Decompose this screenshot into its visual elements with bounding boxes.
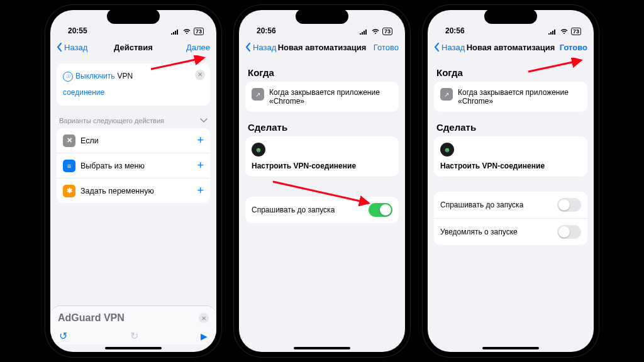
wifi-icon bbox=[371, 28, 380, 35]
status-time: 20:56 bbox=[257, 26, 276, 35]
back-button[interactable]: Назад bbox=[434, 43, 467, 52]
back-button[interactable]: Назад bbox=[57, 43, 108, 52]
action-token-off[interactable]: Выключить bbox=[75, 70, 114, 84]
when-card[interactable]: ↗ Когда закрывается приложение «Chrome» bbox=[434, 82, 587, 112]
annotation-arrow bbox=[270, 179, 377, 208]
ask-before-run-toggle[interactable] bbox=[557, 198, 581, 212]
chevron-left-icon bbox=[245, 43, 252, 52]
back-label: Назад bbox=[441, 43, 465, 52]
toggle-label: Уведомлять о запуске bbox=[440, 228, 518, 236]
home-indicator[interactable] bbox=[294, 347, 350, 349]
action-token-connection[interactable]: соединение bbox=[63, 86, 204, 100]
home-indicator[interactable] bbox=[482, 347, 539, 349]
chevron-down-icon bbox=[200, 118, 208, 123]
svg-line-0 bbox=[151, 58, 204, 69]
suggestions-header[interactable]: Варианты следующего действия bbox=[57, 112, 210, 128]
back-label: Назад bbox=[253, 43, 276, 52]
nav-bar: Назад Новая автоматизация Готово bbox=[428, 35, 594, 60]
app-close-icon: ↗ bbox=[440, 88, 453, 101]
ask-before-run-row: Спрашивать до запуска bbox=[434, 192, 587, 219]
app-close-icon: ↗ bbox=[252, 88, 264, 101]
chevron-left-icon bbox=[434, 43, 440, 52]
do-card[interactable]: ☻ Настроить VPN-соединение bbox=[434, 136, 587, 177]
list-item[interactable]: ≡ Выбрать из меню + bbox=[57, 153, 210, 178]
battery-indicator: 73 bbox=[194, 28, 204, 35]
search-input[interactable]: AdGuard VPN bbox=[58, 312, 194, 324]
dynamic-island bbox=[296, 9, 348, 24]
status-right: 73 bbox=[548, 28, 581, 35]
row-label: Выбрать из меню bbox=[80, 162, 145, 170]
battery-indicator: 73 bbox=[571, 28, 581, 35]
adguard-icon: ☻ bbox=[440, 143, 454, 156]
do-card[interactable]: ☻ Настроить VPN-соединение bbox=[245, 136, 399, 177]
status-time: 20:55 bbox=[68, 26, 87, 35]
undo-icon[interactable]: ↺ bbox=[59, 330, 67, 342]
notify-on-run-toggle[interactable] bbox=[557, 225, 581, 239]
back-label: Назад bbox=[64, 43, 87, 52]
action-token-vpn: VPN bbox=[117, 70, 133, 84]
dynamic-island bbox=[107, 9, 160, 24]
back-button[interactable]: Назад bbox=[245, 43, 278, 52]
svg-line-2 bbox=[528, 60, 581, 72]
play-icon[interactable]: ▶ bbox=[201, 331, 208, 341]
do-text: Настроить VPN-соединение bbox=[440, 162, 581, 170]
svg-line-1 bbox=[273, 182, 369, 203]
wifi-icon bbox=[560, 28, 569, 35]
add-icon[interactable]: + bbox=[197, 159, 204, 172]
signal-icon bbox=[171, 28, 180, 35]
annotation-arrow bbox=[150, 55, 210, 73]
row-label: Задать переменную bbox=[80, 187, 154, 195]
toggle-label: Спрашивать до запуска bbox=[440, 200, 523, 209]
clear-search-icon[interactable]: ✕ bbox=[199, 313, 209, 323]
suggestions-list: ✕ Если + ≡ Выбрать из меню + ✱ Задать пе… bbox=[57, 128, 210, 203]
status-right: 73 bbox=[360, 28, 392, 35]
nav-title: Новая автоматизация bbox=[467, 43, 555, 52]
nav-title: Действия bbox=[108, 43, 158, 52]
do-header: Сделать bbox=[434, 118, 587, 136]
when-card[interactable]: ↗ Когда закрывается приложение «Chrome» bbox=[245, 82, 399, 112]
next-button[interactable]: Далее bbox=[159, 43, 210, 52]
when-text: Когда закрывается приложение «Chrome» bbox=[458, 88, 581, 106]
chevron-left-icon bbox=[57, 43, 63, 52]
menu-icon: ≡ bbox=[63, 160, 75, 172]
battery-indicator: 73 bbox=[382, 28, 392, 35]
redo-icon: ↻ bbox=[130, 330, 138, 342]
toggle-group: Спрашивать до запуска Уведомлять о запус… bbox=[434, 192, 587, 245]
list-item[interactable]: ✕ Если + bbox=[57, 128, 210, 153]
phone-2: 20:56 73 Назад Новая автоматизация Готов… bbox=[234, 5, 410, 357]
vpn-icon: ☉ bbox=[63, 72, 73, 82]
row-label: Если bbox=[80, 136, 99, 145]
annotation-arrow bbox=[527, 58, 587, 75]
suggestions-label: Варианты следующего действия bbox=[59, 117, 164, 124]
search-panel: AdGuard VPN ✕ ↺ ↻ ▶ bbox=[50, 305, 216, 344]
home-indicator[interactable] bbox=[105, 347, 162, 349]
add-icon[interactable]: + bbox=[197, 134, 204, 147]
do-header: Сделать bbox=[245, 118, 399, 136]
phone-3: 20:56 73 Назад Новая автоматизация Готов… bbox=[423, 5, 599, 357]
signal-icon bbox=[360, 28, 369, 35]
variable-icon: ✱ bbox=[63, 185, 75, 197]
nav-title: Новая автоматизация bbox=[278, 43, 367, 52]
nav-bar: Назад Новая автоматизация Готово bbox=[239, 35, 405, 60]
done-button[interactable]: Готово bbox=[366, 43, 399, 52]
done-button[interactable]: Готово bbox=[555, 43, 587, 52]
notify-on-run-row: Уведомлять о запуске bbox=[434, 219, 587, 245]
when-text: Когда закрывается приложение «Chrome» bbox=[269, 88, 392, 106]
adguard-icon: ☻ bbox=[252, 143, 265, 156]
add-icon[interactable]: + bbox=[197, 184, 204, 197]
status-time: 20:56 bbox=[445, 26, 465, 35]
phone-1: 20:55 73 Назад Действия Далее ☉ Выключит… bbox=[45, 5, 221, 357]
status-right: 73 bbox=[171, 28, 204, 35]
when-header: Когда bbox=[245, 63, 399, 82]
dynamic-island bbox=[484, 9, 537, 24]
if-icon: ✕ bbox=[63, 134, 75, 147]
do-text: Настроить VPN-соединение bbox=[252, 162, 392, 170]
list-item[interactable]: ✱ Задать переменную + bbox=[57, 178, 210, 203]
signal-icon bbox=[548, 28, 557, 35]
wifi-icon bbox=[182, 28, 191, 35]
